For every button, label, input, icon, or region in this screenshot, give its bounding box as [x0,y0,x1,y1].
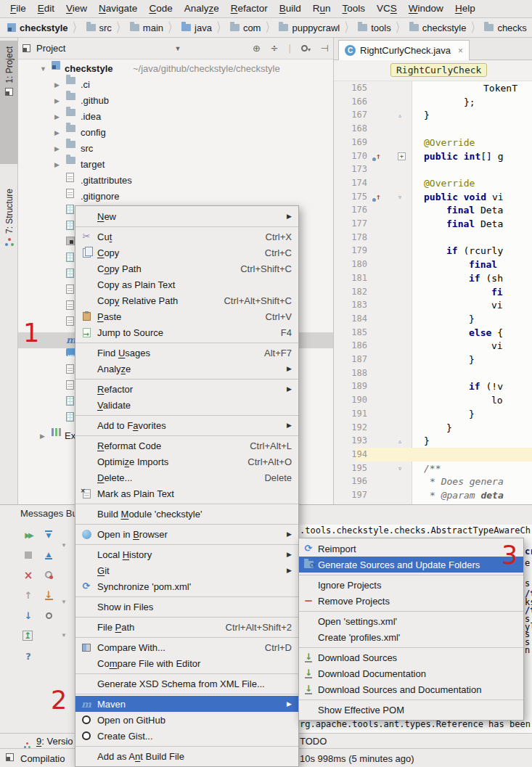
maven-submenu-item-open-settings-xml[interactable]: Open 'settings.xml' [299,613,523,629]
override-marker-icon[interactable]: ↑ [376,190,381,204]
maven-submenu-item-download-sources[interactable]: ↓Download Sources [299,649,523,665]
tool-tab-todo[interactable]: TODO [300,736,327,747]
toolbar-pause-icon[interactable] [43,570,54,581]
menubar-item-view[interactable]: View [60,0,93,17]
context-menu-item-delete[interactable]: Delete...Delete [75,469,298,485]
tree-expand-arrow[interactable]: ▶ [54,157,60,173]
tree-row[interactable]: .gitignore [18,189,333,205]
toolbar-close-icon[interactable]: × [22,570,34,581]
fold-marker[interactable]: ▿ [398,462,402,475]
context-menu-item-git[interactable]: Git▶ [75,562,298,578]
collapse-all-icon[interactable]: ÷ [270,43,278,54]
breadcrumb-item[interactable]: checkstyle [6,22,70,33]
context-menu-item-copy[interactable]: CopyCtrl+C [75,245,298,261]
maven-submenu-item-ignore-projects[interactable]: Ignore Projects [299,577,523,593]
context-menu-item-compare-with[interactable]: Compare With...Ctrl+D [75,639,298,655]
maven-submenu-item-reimport[interactable]: ⟳Reimport [299,541,523,557]
breadcrumb-item[interactable]: main [128,22,165,33]
toolbar-wrench-icon[interactable] [43,610,54,622]
override-marker-icon[interactable]: ↑ [376,149,381,163]
breadcrumb-item[interactable]: checkstyle [408,22,468,33]
breadcrumb-item[interactable]: java [180,22,213,33]
toolbar-stop-icon[interactable] [22,549,34,561]
maven-submenu-item-create-profiles-xml[interactable]: Create 'profiles.xml' [299,629,523,645]
toolbar-collapse-icon[interactable]: ▲ [43,549,54,561]
context-menu-item-file-path[interactable]: File PathCtrl+Alt+Shift+2 [75,619,298,635]
context-menu-item-validate[interactable]: Validate [75,397,298,413]
context-menu-item-analyze[interactable]: Analyze▶ [75,361,298,377]
toolbar-help-icon[interactable]: ? [22,651,34,663]
close-icon[interactable]: × [458,46,463,56]
context-menu-item-copy-relative-path[interactable]: Copy Relative PathCtrl+Alt+Shift+C [75,292,298,308]
menubar-item-navigate[interactable]: Navigate [93,0,143,17]
menubar-item-code[interactable]: Code [143,0,178,17]
locate-icon[interactable]: ⊕ [253,43,261,54]
breadcrumb-item[interactable]: src [85,22,113,33]
fold-marker[interactable]: ▵ [398,434,402,448]
context-menu-item-copy-path[interactable]: Copy PathCtrl+Shift+C [75,261,298,276]
menubar-item-file[interactable]: File [4,0,32,17]
context-menu-item-jump-to-source[interactable]: Jump to SourceF4 [75,324,298,340]
context-menu-item-cut[interactable]: ✂CutCtrl+X [75,229,298,245]
context-menu-item-generate-xsd-schema-from-xml-file[interactable]: Generate XSD Schema from XML File... [75,676,298,692]
tree-expand-arrow[interactable]: ▶ [40,428,45,444]
context-menu-item-synchronize-pom-xml[interactable]: ⟳Synchronize 'pom.xml' [75,578,298,594]
fold-marker[interactable]: + [398,152,406,160]
menubar-item-build[interactable]: Build [274,0,307,17]
context-menu-item-local-history[interactable]: Local History▶ [75,546,298,562]
breadcrumb-item[interactable]: com [229,22,263,33]
context-menu-item-compare-file-with-editor[interactable]: Compare File with Editor [75,655,298,671]
editor-code-area[interactable]: 165TokenT166};167▵}168169@Override170↑+p… [334,81,532,504]
context-menu-item-add-as-ant-build-file[interactable]: Add as Ant Build File [75,748,298,764]
context-menu-item-new[interactable]: New▶ [75,208,298,224]
maven-submenu-item-generate-sources-and-update-folders[interactable]: Generate Sources and Update Folders [299,557,523,573]
menubar-item-window[interactable]: Window [403,0,449,17]
maven-submenu-item-download-sources-and-documentation[interactable]: ↓Download Sources and Documentation [299,681,523,697]
tree-expand-arrow[interactable]: ▶ [54,77,60,93]
menubar-item-vcs[interactable]: VCS [371,0,403,17]
maven-submenu-item-remove-projects[interactable]: −Remove Projects [299,593,523,609]
context-menu-item-paste[interactable]: PasteCtrl+V [75,308,298,324]
context-menu-item-add-to-favorites[interactable]: Add to Favorites▶ [75,417,298,433]
context-menu-item-copy-as-plain-text[interactable]: Copy as Plain Text [75,276,298,292]
context-menu-item-reformat-code[interactable]: Reformat CodeCtrl+Alt+L [75,438,298,454]
project-view-dropdown[interactable]: ▼ [174,45,181,52]
tool-tab-structure[interactable]: 7: Structure [0,183,18,313]
toolbar-expand-icon[interactable]: ▼ [43,529,54,541]
context-menu-item-refactor[interactable]: Refactor▶ [75,381,298,397]
menubar-item-help[interactable]: Help [449,0,481,17]
menubar-item-edit[interactable]: Edit [32,0,60,17]
toolbar-up-icon[interactable]: ↑ [22,590,34,602]
toolbar-export-icon[interactable]: ↥ [22,631,34,642]
toolbar-rerun-icon[interactable]: ▶▶ [22,529,34,541]
toolbar-apply-icon[interactable]: ↓ [43,590,54,602]
breadcrumb-item[interactable]: tools [356,22,392,33]
tool-tab-version-control[interactable]: 9: Versio [36,736,73,747]
tree-expand-arrow[interactable]: ▶ [54,141,60,157]
tool-tab-project[interactable]: 1: Project [0,41,18,164]
editor-tab[interactable]: C RightCurlyCheck.java × [338,40,470,60]
context-menu-item-show-in-files[interactable]: Show in Files [75,599,298,615]
fold-marker[interactable]: ▿ [398,190,402,204]
menubar-item-tools[interactable]: Tools [337,0,372,17]
gear-icon[interactable]: ▾ [301,43,311,54]
tree-expand-arrow[interactable]: ▶ [54,109,60,125]
toolbar-down-icon[interactable]: ↓ [22,610,34,622]
maven-submenu-item-show-effective-pom[interactable]: Show Effective POM [299,702,523,718]
tree-row[interactable]: .gitattributes [18,173,333,189]
tree-expand-arrow[interactable]: ▶ [54,125,60,141]
context-menu-item-open-on-github[interactable]: Open on GitHub [75,712,298,728]
context-menu-item-mark-as-plain-text[interactable]: Mark as Plain Text [75,485,298,501]
menubar-item-refactor[interactable]: Refactor [225,0,274,17]
menubar-item-run[interactable]: Run [307,0,337,17]
toggle-panel-icon[interactable] [6,753,14,761]
fold-marker[interactable]: ▵ [398,108,402,122]
breadcrumb-item[interactable]: checks [483,22,528,33]
tree-row[interactable]: ▶target [18,157,333,173]
context-menu-item-create-gist[interactable]: Create Gist... [75,728,298,744]
hide-panel-icon[interactable]: ⊣ [321,43,329,54]
menubar-item-analyze[interactable]: Analyze [179,0,225,17]
context-menu-item-find-usages[interactable]: Find UsagesAlt+F7 [75,345,298,361]
context-menu-item-open-in-browser[interactable]: Open in Browser▶ [75,526,298,542]
breadcrumb-item[interactable]: puppycrawl [277,22,341,33]
